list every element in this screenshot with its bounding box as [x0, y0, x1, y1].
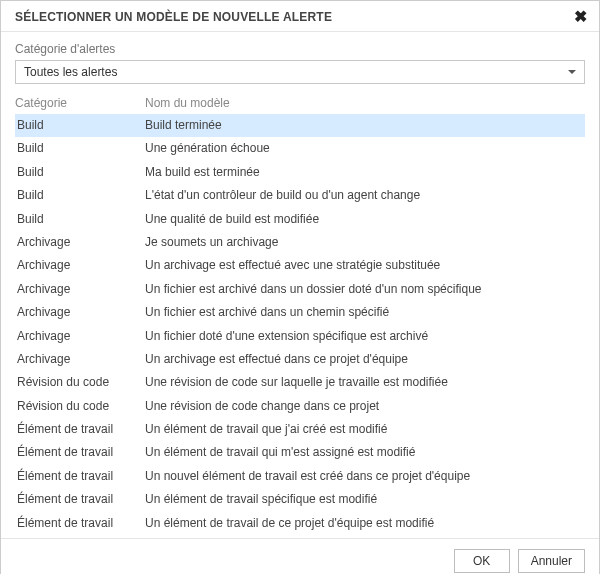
template-row-category: Archivage [15, 328, 145, 345]
template-row-name: Un élément de travail qui m'est assigné … [145, 444, 585, 461]
template-row-name: Un archivage est effectué avec une strat… [145, 257, 585, 274]
column-header-template: Nom du modèle [145, 96, 585, 110]
template-row[interactable]: ArchivageJe soumets un archivage [15, 231, 585, 254]
template-row[interactable]: ArchivageUn archivage est effectué avec … [15, 254, 585, 277]
template-row-category: Révision du code [15, 398, 145, 415]
template-row-category: Révision du code [15, 374, 145, 391]
template-row[interactable]: Élément de travailUn élément de travail … [15, 441, 585, 464]
template-row[interactable]: BuildBuild terminée [15, 114, 585, 137]
template-row-name: Un fichier est archivé dans un chemin sp… [145, 304, 585, 321]
template-row-category: Élément de travail [15, 515, 145, 532]
template-row-category: Build [15, 140, 145, 157]
template-row-category: Build [15, 211, 145, 228]
category-filter-value: Toutes les alertes [24, 65, 117, 79]
template-row-name: Un élément de travail que j'ai créé est … [145, 421, 585, 438]
template-row-category: Élément de travail [15, 468, 145, 485]
template-row-name: Je soumets un archivage [145, 234, 585, 251]
template-row[interactable]: BuildUne qualité de build est modifiée [15, 208, 585, 231]
template-row-category: Archivage [15, 234, 145, 251]
template-row-name: Une révision de code change dans ce proj… [145, 398, 585, 415]
template-row-name: Un nouvel élément de travail est créé da… [145, 468, 585, 485]
template-row-category: Archivage [15, 304, 145, 321]
category-filter-label: Catégorie d'alertes [15, 42, 585, 56]
template-row-category: Archivage [15, 281, 145, 298]
dialog-body: Catégorie d'alertes Toutes les alertes C… [1, 32, 599, 538]
dialog-footer: OK Annuler [1, 538, 599, 574]
template-row[interactable]: Élément de travailUn élément de travail … [15, 488, 585, 511]
template-row-name: Build terminée [145, 117, 585, 134]
template-row-category: Élément de travail [15, 444, 145, 461]
template-row[interactable]: BuildUne génération échoue [15, 137, 585, 160]
template-row[interactable]: Révision du codeUne révision de code sur… [15, 371, 585, 394]
template-row-category: Élément de travail [15, 421, 145, 438]
template-row[interactable]: Élément de travailUn élément de travail … [15, 418, 585, 441]
template-row[interactable]: Élément de travailUn nouvel élément de t… [15, 465, 585, 488]
close-icon[interactable]: ✖ [572, 9, 589, 25]
dialog-title: SÉLECTIONNER UN MODÈLE DE NOUVELLE ALERT… [15, 10, 332, 24]
ok-button[interactable]: OK [454, 549, 510, 573]
template-row-name: Un élément de travail spécifique est mod… [145, 491, 585, 508]
template-row[interactable]: ArchivageUn fichier est archivé dans un … [15, 278, 585, 301]
template-row-name: Un fichier est archivé dans un dossier d… [145, 281, 585, 298]
template-row-name: Un fichier doté d'une extension spécifiq… [145, 328, 585, 345]
template-row-category: Archivage [15, 351, 145, 368]
template-row[interactable]: Élément de travailUn élément de travail … [15, 512, 585, 534]
template-row-name: Un archivage est effectué dans ce projet… [145, 351, 585, 368]
template-list: BuildBuild terminéeBuildUne génération é… [15, 114, 585, 534]
template-row-name: Une qualité de build est modifiée [145, 211, 585, 228]
template-table-header: Catégorie Nom du modèle [15, 94, 585, 114]
template-row-category: Build [15, 117, 145, 134]
template-row-category: Élément de travail [15, 491, 145, 508]
template-row-name: Ma build est terminée [145, 164, 585, 181]
template-row[interactable]: Révision du codeUne révision de code cha… [15, 395, 585, 418]
column-header-category: Catégorie [15, 96, 145, 110]
template-row[interactable]: ArchivageUn fichier est archivé dans un … [15, 301, 585, 324]
template-row-category: Build [15, 187, 145, 204]
template-row-category: Archivage [15, 257, 145, 274]
titlebar: SÉLECTIONNER UN MODÈLE DE NOUVELLE ALERT… [1, 1, 599, 32]
template-row-name: L'état d'un contrôleur de build ou d'un … [145, 187, 585, 204]
template-row[interactable]: BuildMa build est terminée [15, 161, 585, 184]
template-row-category: Build [15, 164, 145, 181]
template-row[interactable]: ArchivageUn fichier doté d'une extension… [15, 325, 585, 348]
template-row[interactable]: BuildL'état d'un contrôleur de build ou … [15, 184, 585, 207]
template-row[interactable]: ArchivageUn archivage est effectué dans … [15, 348, 585, 371]
template-row-name: Un élément de travail de ce projet d'équ… [145, 515, 585, 532]
template-row-name: Une révision de code sur laquelle je tra… [145, 374, 585, 391]
chevron-down-icon [568, 70, 576, 74]
new-alert-template-dialog: SÉLECTIONNER UN MODÈLE DE NOUVELLE ALERT… [0, 0, 600, 574]
category-filter-dropdown[interactable]: Toutes les alertes [15, 60, 585, 84]
cancel-button[interactable]: Annuler [518, 549, 585, 573]
template-row-name: Une génération échoue [145, 140, 585, 157]
